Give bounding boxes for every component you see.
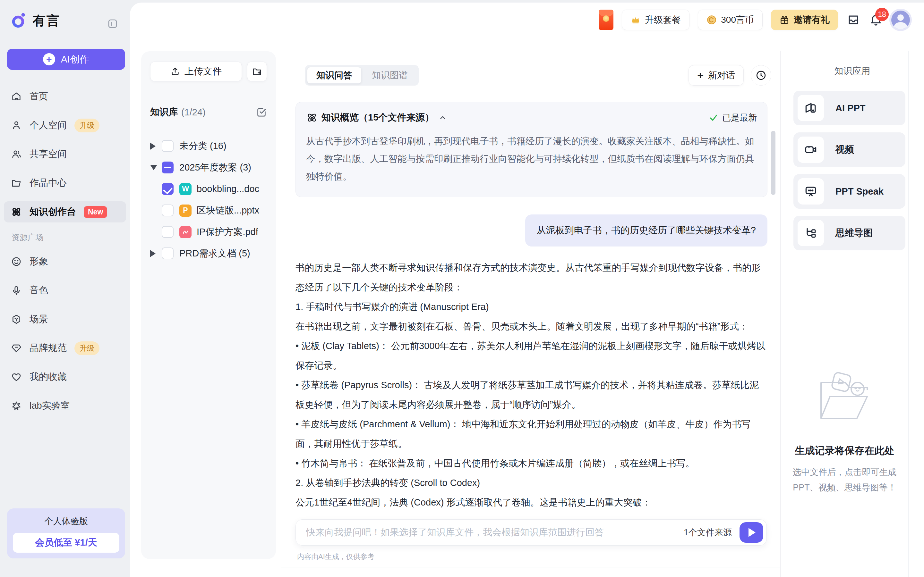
history-button[interactable] — [751, 65, 771, 85]
tree-folder-uncategorized[interactable]: 未分类 (16) — [150, 135, 267, 157]
sidebar-item-home[interactable]: 首页 — [4, 86, 126, 107]
app-label: 思维导图 — [835, 227, 873, 239]
coins-button[interactable]: 300言币 — [698, 10, 762, 30]
bottom-divider — [281, 567, 780, 567]
knowledge-library-panel: 上传文件 知识库 (1/24) 未分类 (16) — [141, 51, 276, 559]
upload-file-label: 上传文件 — [184, 65, 222, 78]
answer-paragraph: • 泥板 (Clay Tablets)： 公元前3000年左右，苏美尔人利用芦苇… — [296, 336, 767, 376]
word-file-icon: W — [179, 183, 192, 195]
sidebar-item-label: 个人空间 — [29, 119, 67, 132]
library-tree: 未分类 (16) 2025年度教案 (3) W bookbling...doc … — [150, 135, 267, 264]
inbox-icon[interactable] — [846, 13, 861, 27]
new-chat-button[interactable]: + 新对话 — [688, 65, 744, 85]
caret-right-icon[interactable] — [150, 250, 162, 257]
upgrade-plan-button[interactable]: 升级套餐 — [622, 10, 690, 30]
people-icon — [11, 149, 22, 160]
caret-right-icon[interactable] — [150, 143, 162, 150]
chat-input[interactable]: 快来向我提问吧！如果选择了知识库文件，我会根据知识库范围进行回答 — [306, 526, 680, 539]
chat-scrollbar[interactable] — [771, 131, 775, 195]
tab-knowledge-qa[interactable]: 知识问答 — [307, 67, 362, 84]
sidebar-item-label: lab实验室 — [29, 400, 70, 412]
overview-status-label: 已是最新 — [722, 112, 757, 123]
checkbox-checked[interactable] — [162, 183, 174, 195]
add-folder-button[interactable] — [247, 61, 267, 81]
user-question-bubble: 从泥板到电子书，书的历史经历了哪些关键技术变革? — [525, 214, 767, 247]
sidebar-item-favorites[interactable]: 我的收藏 — [4, 366, 126, 388]
pdf-file-icon — [179, 226, 192, 238]
checkbox-unchecked[interactable] — [162, 247, 174, 259]
sidebar-item-label: 共享空间 — [29, 148, 67, 161]
plan-card: 个人体验版 会员低至 ¥1/天 — [7, 508, 125, 558]
slides-icon — [798, 95, 824, 121]
library-title: 知识库 — [150, 106, 178, 119]
gift-icon — [779, 15, 790, 25]
send-button[interactable] — [740, 522, 763, 543]
sidebar-item-scene[interactable]: 场景 — [4, 309, 126, 330]
upload-file-button[interactable]: 上传文件 — [150, 61, 242, 81]
tree-folder-prd[interactable]: PRD需求文档 (5) — [150, 243, 267, 264]
app-logo[interactable]: 有言 — [10, 11, 60, 29]
ai-create-button[interactable]: + AI创作 — [7, 49, 125, 70]
home-icon — [11, 91, 22, 102]
upgrade-plan-label: 升级套餐 — [645, 14, 681, 26]
sidebar-item-works-center[interactable]: 作品中心 — [4, 172, 126, 193]
sidebar-item-shared-space[interactable]: 共享空间 — [4, 143, 126, 165]
person-icon — [11, 120, 22, 131]
answer-paragraph: • 竹木简与帛书： 在纸张普及前，中国古代使用竹条或木片编连成册（简牍），或在丝… — [296, 454, 767, 473]
sidebar-item-voice[interactable]: 音色 — [4, 280, 126, 301]
upgrade-badge: 升级 — [74, 119, 99, 132]
tree-file-pdf[interactable]: IP保护方案.pdf — [150, 221, 267, 243]
checkbox-unchecked[interactable] — [162, 140, 174, 152]
tab-knowledge-graph[interactable]: 知识图谱 — [363, 67, 417, 84]
upgrade-badge: 升级 — [74, 342, 99, 355]
sidebar-item-brand-guide[interactable]: 品牌规范 升级 — [4, 338, 126, 359]
app-card-video[interactable]: 视频 — [793, 132, 905, 167]
caret-down-icon[interactable] — [150, 165, 162, 170]
microphone-icon — [11, 285, 22, 296]
sidebar: 有言 + AI创作 首页 个人空间 升级 共享空间 — [0, 0, 130, 577]
tree-file-doc[interactable]: W bookbling...doc — [150, 178, 267, 200]
sidebar-item-label: 我的收藏 — [29, 371, 67, 384]
tree-file-pptx[interactable]: P 区块链版...pptx — [150, 200, 267, 221]
topbar: 升级套餐 300言币 邀请有礼 18 — [599, 8, 910, 32]
invite-button[interactable]: 邀请有礼 — [771, 10, 838, 30]
sidebar-item-lab[interactable]: lab实验室 — [4, 395, 126, 416]
sidebar-item-personal-space[interactable]: 个人空间 升级 — [4, 115, 126, 136]
check-icon — [709, 113, 718, 122]
checkbox-indeterminate[interactable] — [162, 161, 174, 173]
answer-paragraph: • 莎草纸卷 (Papyrus Scrolls)： 古埃及人发明了将纸莎草茎加工… — [296, 376, 767, 414]
new-badge: New — [84, 206, 107, 218]
answer-paragraph: • 羊皮纸与皮纸 (Parchment & Vellum)： 地中海和近东文化开… — [296, 414, 767, 454]
chat-column: 知识问答 知识图谱 + 新对话 — [281, 51, 780, 577]
sidebar-collapse-icon[interactable] — [107, 18, 118, 29]
answer-paragraph: 2. 从卷轴到手抄法典的转变 (Scroll to Codex) — [296, 473, 767, 493]
sidebar-item-avatar-image[interactable]: 形象 — [4, 251, 126, 272]
chevron-up-icon[interactable] — [439, 113, 447, 122]
plan-title: 个人体验版 — [13, 516, 120, 527]
tree-folder-2025-lessons[interactable]: 2025年度教案 (3) — [150, 157, 267, 178]
source-count-label[interactable]: 1个文件来源 — [684, 527, 732, 538]
empty-state-title: 生成记录将保存在此处 — [795, 444, 895, 458]
clock-icon — [755, 69, 767, 81]
app-card-ppt-speak[interactable]: PPT Speak — [793, 174, 905, 209]
answer-paragraph: 书的历史是一部人类不断寻求知识传播和保存方式的技术演变史。从古代笨重的手写媒介到… — [296, 258, 767, 297]
checkbox-unchecked[interactable] — [162, 226, 174, 238]
avatar[interactable] — [891, 11, 910, 29]
knowledge-overview-card: 知识概览（15个文件来源） 已是最新 从古代手抄本到古登堡印刷机，再到现代电子书… — [296, 102, 767, 197]
crown-icon — [630, 15, 641, 25]
app-card-mindmap[interactable]: 思维导图 — [793, 216, 905, 250]
checkbox-unchecked[interactable] — [162, 205, 174, 216]
app-card-ai-ppt[interactable]: AI PPT — [793, 91, 905, 125]
sidebar-item-label: 首页 — [29, 90, 48, 103]
sidebar-item-knowledge-studio[interactable]: 知识创作台 New — [4, 201, 126, 222]
membership-cta-button[interactable]: 会员低至 ¥1/天 — [13, 533, 120, 553]
mindmap-icon — [798, 220, 824, 246]
answer-paragraph: 1. 手稿时代与书写媒介的演进 (Manuscript Era) — [296, 297, 767, 317]
red-envelope-icon[interactable] — [599, 10, 614, 30]
chat-scroll-area: 知识概览（15个文件来源） 已是最新 从古代手抄本到古登堡印刷机，再到现代电子书… — [296, 102, 767, 508]
sidebar-item-label: 音色 — [29, 284, 48, 297]
multi-select-icon[interactable] — [256, 107, 267, 118]
notifications[interactable]: 18 — [869, 13, 883, 27]
apps-panel-title: 知识应用 — [780, 65, 924, 77]
upload-icon — [170, 67, 180, 76]
